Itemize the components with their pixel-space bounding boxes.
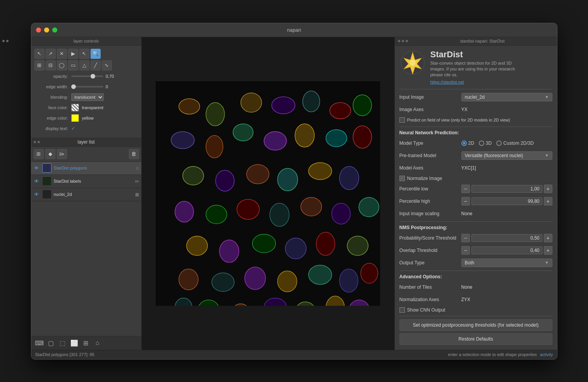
bt-home[interactable]: ⌂ [93,338,103,348]
maximize-button[interactable] [52,27,57,33]
output-type-dropdown[interactable]: Both ▼ [461,259,552,267]
norm-axes-row: Normalization Axes ZYX [399,295,552,304]
svg-point-23 [237,199,259,219]
layer-eye-nuclei[interactable]: 👁 [34,191,40,197]
set-optimized-button[interactable]: Set optimized postprocessing thresholds … [399,319,552,331]
pretrained-dropdown[interactable]: Versatile (fluorescent nuclei) ▼ [461,151,552,160]
opacity-slider[interactable] [71,75,104,77]
svg-point-13 [326,130,347,147]
bt-box1[interactable]: ⬚ [58,338,68,348]
radio-2d-dot[interactable] [461,140,467,146]
overlap-threshold-value[interactable]: 0,40 [471,247,542,254]
tool-select[interactable]: ▶ [68,49,78,59]
layer-thumb-labels [42,176,51,186]
activity-link[interactable]: activity [540,352,553,357]
layer-eye-labels[interactable]: 👁 [34,178,40,184]
radio-3d[interactable]: 3D [479,140,492,146]
layer-list-title: layer list [77,139,94,145]
ll-tool-shape[interactable]: ◆ [45,149,55,159]
edge-color-swatch[interactable] [71,114,79,122]
layer-eye-polygons[interactable]: 👁 [34,165,40,171]
ll-tool-grid[interactable]: ⊞ [34,149,44,159]
radio-custom[interactable]: Custom 2D/3D [496,140,534,146]
prob-threshold-minus[interactable]: − [461,234,470,242]
prob-threshold-plus[interactable]: + [544,234,552,242]
tool-path[interactable]: ∿ [102,60,112,70]
percentile-high-plus[interactable]: + [544,197,552,206]
radio-3d-dot[interactable] [479,140,484,146]
layer-item-polygons[interactable]: 👁 StarDist polygons ◇ [31,162,141,175]
blending-select[interactable]: translucent [71,93,104,101]
prob-threshold-label: Probability/Score Threshold [399,235,461,241]
window-controls[interactable] [36,27,57,33]
tool-grid2[interactable]: ⊟ [46,60,56,70]
tool-arrow-left[interactable]: ↖ [34,49,45,59]
percentile-low-label: Percentile low [399,186,461,192]
input-image-value: nuclei_2d [465,94,485,100]
overlap-threshold-minus[interactable]: − [461,246,470,255]
layer-item-nuclei[interactable]: 👁 nuclei_2d ▦ [31,188,141,201]
tool-grid[interactable]: ⊞ [34,60,45,70]
face-color-label: face color: [34,105,71,110]
blending-row: blending: translucent [34,93,138,101]
tool-search[interactable]: 🔍 [91,49,101,59]
percentile-low-value[interactable]: 1,00 [471,185,542,193]
percentile-low-plus[interactable]: + [544,185,552,193]
svg-point-50 [410,60,416,66]
prob-threshold-value[interactable]: 0,50 [471,234,542,242]
radio-2d[interactable]: 2D [461,140,474,146]
face-color-swatch[interactable] [71,104,79,111]
edge-width-row: edge width: 0 [34,82,138,91]
tool-line[interactable]: ╱ [91,60,101,70]
svg-point-33 [347,236,368,255]
bt-terminal[interactable]: ⌨ [34,338,45,348]
ll-tool-label[interactable]: ⌲ [57,149,67,159]
output-type-value: Both [465,260,475,266]
ll-dot-2 [38,141,40,143]
input-image-control: nuclei_2d ▼ [461,93,552,101]
opacity-thumb[interactable] [91,74,95,79]
layer-thumb-nuclei [42,190,51,199]
display-text-check[interactable]: ✓ [71,125,75,131]
tool-arrow-right[interactable]: ↗ [46,49,56,59]
percentile-high-value[interactable]: 99,80 [471,197,542,205]
ll-tool-delete[interactable]: 🗑 [129,149,139,159]
show-cnn-checkbox[interactable] [399,307,405,313]
tool-circle[interactable]: ◯ [57,60,67,70]
layer-item-labels[interactable]: 👁 StarDist labels ⌲ [31,175,141,188]
divider-5 [399,316,552,316]
stardist-title-row: StarDist [430,50,552,60]
radio-custom-dot[interactable] [496,140,502,146]
bt-window[interactable]: ▢ [46,338,56,348]
percentile-high-input-row: − 99,80 + [461,197,552,206]
output-type-label: Output Type [399,260,461,266]
stardist-link[interactable]: https://stardist.net [430,80,552,84]
edge-width-slider[interactable] [71,86,104,87]
normalize-checkbox[interactable]: ✓ [399,176,405,181]
percentile-high-minus[interactable]: − [461,197,470,206]
svg-point-12 [295,124,314,147]
close-button[interactable] [36,27,41,33]
bt-box2[interactable]: ⬜ [69,338,79,348]
predict-fov-checkbox[interactable] [399,117,405,123]
svg-point-27 [359,197,379,217]
edge-width-thumb[interactable] [71,84,76,89]
minimize-button[interactable] [44,27,49,33]
input-image-dropdown[interactable]: nuclei_2d ▼ [461,93,552,101]
tool-cursor[interactable]: ↖ [79,49,89,59]
layer-thumb-polygons [42,163,51,173]
percentile-low-minus[interactable]: − [461,185,470,193]
tool-x[interactable]: ✕ [57,49,67,59]
tool-triangle[interactable]: △ [79,60,89,70]
window-title: napari [287,27,301,33]
overlap-threshold-plus[interactable]: + [544,246,552,255]
stardist-logo-svg [400,50,425,75]
layer-list-header: layer list [31,138,141,147]
svg-point-14 [353,126,372,148]
num-tiles-label: Number of Tiles [399,284,461,290]
tool-rect[interactable]: ▭ [68,60,78,70]
main-content: layer controls ↖ ↗ ✕ ▶ ↖ 🔍 ⊞ ⊟ ◯ ▭ [31,37,557,350]
restore-defaults-button[interactable]: Restore Defaults [399,333,552,345]
bt-grid[interactable]: ⊞ [81,338,91,348]
canvas-image[interactable] [156,81,380,306]
